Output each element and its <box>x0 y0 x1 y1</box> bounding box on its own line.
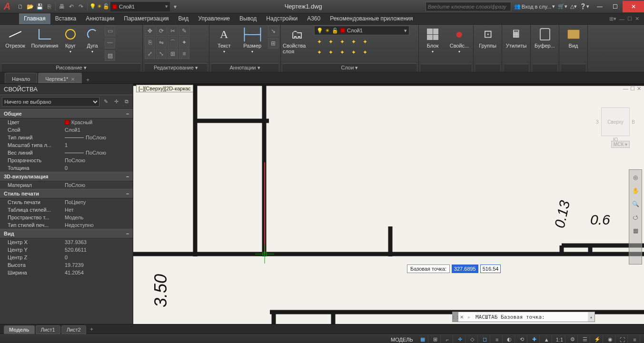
redo-icon[interactable]: ↷ <box>77 2 85 11</box>
cleanscreen-icon[interactable]: ⛶ <box>617 335 628 343</box>
search-input[interactable] <box>426 2 511 11</box>
panel-edit-label[interactable]: Редактирование ▾ <box>145 63 207 72</box>
rotate-icon[interactable]: ⟳ <box>156 26 167 36</box>
lineweight-icon[interactable]: ≡ <box>492 335 503 343</box>
prop-row[interactable]: Ширина41.2054 <box>0 269 133 276</box>
panel-draw-label[interactable]: Рисование ▾ <box>2 63 140 72</box>
panel-anno-label[interactable]: Аннотации ▾ <box>211 63 278 72</box>
quickselect-icon[interactable]: ✎ <box>101 97 110 106</box>
steering-wheel-icon[interactable]: ◎ <box>631 173 640 182</box>
array-icon[interactable]: ⊞ <box>168 49 178 59</box>
utilities-button[interactable]: 🖩Утилиты <box>504 26 528 49</box>
prop-row[interactable]: Тип линий ПоСлою <box>0 134 133 141</box>
scale-label[interactable]: 1:1 <box>554 335 565 343</box>
orbit-icon[interactable]: ⭯ <box>631 213 640 222</box>
prop-row[interactable]: Вес линий ПоСлою <box>0 149 133 157</box>
fillet-icon[interactable]: ⌒ <box>168 37 178 48</box>
viewport-restore-icon[interactable]: ☐ <box>630 86 635 92</box>
hardware-accel-icon[interactable]: ⚡ <box>592 335 603 343</box>
anno-monitor-icon[interactable]: ☰ <box>580 335 590 343</box>
layer-tool-5[interactable]: ✦ <box>360 37 370 47</box>
maximize-button[interactable]: ☐ <box>607 1 623 12</box>
polyline-button[interactable]: Полилиния <box>31 26 58 49</box>
ribbon-panel-menu-icon[interactable]: ⊞▾ <box>609 16 616 22</box>
saveas-icon[interactable]: ⎘ <box>45 2 53 11</box>
table-icon[interactable]: ⊞ <box>268 38 278 49</box>
dimension-button[interactable]: ├─┤Размер▾ <box>240 26 266 54</box>
customize-icon[interactable]: ≡ <box>630 335 640 343</box>
layer-tool-10[interactable]: ✦ <box>360 48 370 57</box>
exchange-icon[interactable]: 🛒▾ <box>558 3 567 10</box>
circle-button[interactable]: Круг▾ <box>61 26 80 54</box>
erase-icon[interactable]: ✎ <box>179 26 189 36</box>
hatch-icon[interactable]: ▨ <box>105 50 115 61</box>
prop-row[interactable]: МатериалПоСлою <box>0 181 133 189</box>
command-line[interactable]: ⋮⋮ ✕ ▸ ▴ <box>452 312 595 322</box>
command-input[interactable] <box>474 314 588 320</box>
tab-output[interactable]: Вывод <box>235 13 261 24</box>
scale-icon[interactable]: ⤡ <box>156 49 167 59</box>
coord-x-input[interactable]: 327.6895 <box>452 265 478 273</box>
panel-block-label[interactable] <box>421 64 471 72</box>
layer-combo[interactable]: 💡 ☀ 🔓 Слой1 ▾ <box>314 26 409 35</box>
tab-insert[interactable]: Вставка <box>50 13 81 24</box>
layer-freeze-icon[interactable]: ☀ <box>97 3 102 10</box>
layer-tool-9[interactable]: ✦ <box>348 48 359 57</box>
layer-tool-3[interactable]: ✦ <box>337 37 347 47</box>
arc-button[interactable]: Дуга▾ <box>83 26 102 54</box>
drawing-canvas[interactable]: 3.50 0.13 0.6 [–][Сверху][2D-каркас — ☐ … <box>133 84 644 324</box>
grid-icon[interactable]: ▦ <box>418 335 428 343</box>
prop-row[interactable]: Стиль печатиПоЦвету <box>0 198 133 206</box>
prop-row[interactable]: Тип стилей печ...Недоступно <box>0 221 133 229</box>
undo-icon[interactable]: ↶ <box>67 2 76 11</box>
spline-icon[interactable]: 〰 <box>105 38 115 49</box>
open-icon[interactable]: 📂 <box>26 2 34 11</box>
qat-more-icon[interactable]: ▾ <box>171 2 179 11</box>
prop-section-header[interactable]: Вид– <box>0 229 133 238</box>
doc-close-icon[interactable]: ✕ <box>635 16 639 22</box>
dyn-input-icon[interactable]: ✚ <box>529 335 540 343</box>
rect-icon[interactable]: ▭ <box>105 26 115 36</box>
coord-y-input[interactable]: 516.54 <box>480 265 501 273</box>
tab-home[interactable]: Главная <box>19 13 50 24</box>
viewport-close-icon[interactable]: ✕ <box>637 86 641 92</box>
stretch-icon[interactable]: ⤢ <box>145 49 155 59</box>
layout-sheet2[interactable]: Лист2 <box>61 325 86 334</box>
prop-row[interactable]: Пространство т...Модель <box>0 214 133 221</box>
cmdline-grip-icon[interactable]: ⋮⋮ <box>453 312 458 322</box>
prop-row[interactable]: Центр Y520.6611 <box>0 246 133 254</box>
prop-section-header[interactable]: 3D-визуализация– <box>0 172 133 181</box>
explode-icon[interactable]: ✦ <box>179 37 189 48</box>
iso-icon[interactable]: ◇ <box>467 335 478 343</box>
offset-icon[interactable]: ≡ <box>179 49 189 59</box>
tab-annotate[interactable]: Аннотации <box>81 13 119 24</box>
doc-restore-icon[interactable]: ☐ <box>627 16 632 22</box>
prop-section-header[interactable]: Стиль печати– <box>0 189 133 198</box>
leader-icon[interactable]: ↘ <box>268 26 278 36</box>
file-tab-start[interactable]: Начало <box>5 73 37 83</box>
app-menu[interactable]: A <box>0 0 14 13</box>
close-tab-icon[interactable]: ✕ <box>71 77 75 82</box>
prop-row[interactable]: СлойСлой1 <box>0 126 133 134</box>
view-button[interactable]: Вид <box>561 26 585 49</box>
ucs-label[interactable]: МСК ▾ <box>611 141 630 148</box>
tab-manage[interactable]: Управление <box>193 13 235 24</box>
tab-addins[interactable]: Надстройки <box>261 13 302 24</box>
cmdline-close-icon[interactable]: ✕ <box>458 314 465 320</box>
selection-dropdown[interactable]: Ничего не выбрано <box>2 97 99 107</box>
layer-tool-4[interactable]: ✦ <box>348 37 359 47</box>
prop-section-header[interactable]: Общие– <box>0 109 133 118</box>
tab-parametric[interactable]: Параметризация <box>119 13 173 24</box>
anno-scale-icon[interactable]: ▲ <box>542 335 552 343</box>
tab-apps[interactable]: Рекомендованные приложения <box>325 13 417 24</box>
pan-icon[interactable]: ✋ <box>631 186 640 196</box>
minimize-button[interactable]: — <box>592 1 607 12</box>
file-tab-drawing1[interactable]: Чертеж1*✕ <box>38 73 82 83</box>
trim-icon[interactable]: ✂ <box>168 26 178 36</box>
nav-bar[interactable]: ◎ ✋ 🔍 ⭯ ▦ <box>629 169 642 265</box>
transparency-icon[interactable]: ◐ <box>505 335 515 343</box>
prop-row[interactable]: Центр X337.9363 <box>0 238 133 246</box>
properties-button[interactable]: ●Свойс...▾ <box>447 26 471 54</box>
model-button[interactable]: МОДЕЛЬ <box>388 337 416 343</box>
polar-icon[interactable]: ✛ <box>455 335 466 343</box>
